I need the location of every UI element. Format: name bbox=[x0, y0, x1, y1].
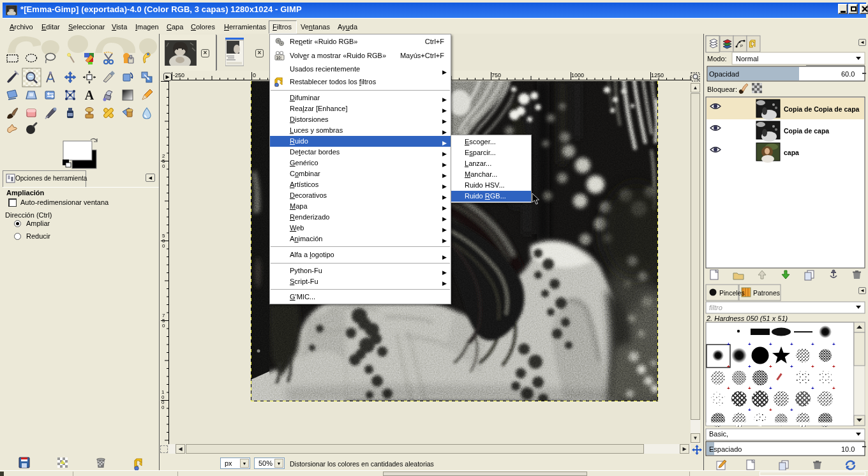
svg-text:+: + bbox=[790, 341, 793, 347]
svg-text:+: + bbox=[727, 341, 730, 347]
svg-text:+: + bbox=[790, 364, 793, 369]
svg-text:A: A bbox=[85, 88, 94, 102]
svg-text:+: + bbox=[727, 364, 730, 369]
svg-text:+: + bbox=[769, 341, 772, 347]
svg-text:0: 0 bbox=[162, 243, 165, 249]
svg-text:+: + bbox=[811, 341, 814, 347]
svg-text:+: + bbox=[727, 385, 730, 391]
svg-text:+: + bbox=[811, 364, 814, 369]
svg-text:+: + bbox=[790, 407, 793, 413]
svg-text:-250: -250 bbox=[173, 72, 184, 78]
svg-text:+: + bbox=[769, 364, 772, 369]
svg-text:1250: 1250 bbox=[651, 72, 664, 78]
svg-text:+: + bbox=[811, 385, 814, 391]
svg-text:1000: 1000 bbox=[571, 72, 584, 78]
svg-text:0: 0 bbox=[162, 163, 165, 169]
svg-text:+: + bbox=[832, 364, 835, 369]
svg-text:0: 0 bbox=[161, 405, 165, 410]
svg-text:+: + bbox=[769, 385, 772, 391]
svg-text:P: P bbox=[740, 44, 743, 48]
svg-text:+: + bbox=[748, 407, 751, 413]
svg-text:0: 0 bbox=[253, 72, 256, 78]
svg-text:0: 0 bbox=[162, 323, 165, 329]
svg-text:+: + bbox=[832, 385, 835, 391]
svg-text:750: 750 bbox=[491, 72, 501, 78]
svg-text:+: + bbox=[832, 341, 835, 347]
svg-text:+: + bbox=[748, 364, 751, 369]
svg-text:+: + bbox=[748, 385, 751, 391]
svg-text:10:: 10: bbox=[276, 56, 282, 60]
svg-text:+: + bbox=[769, 407, 772, 413]
svg-text:+: + bbox=[748, 341, 751, 347]
